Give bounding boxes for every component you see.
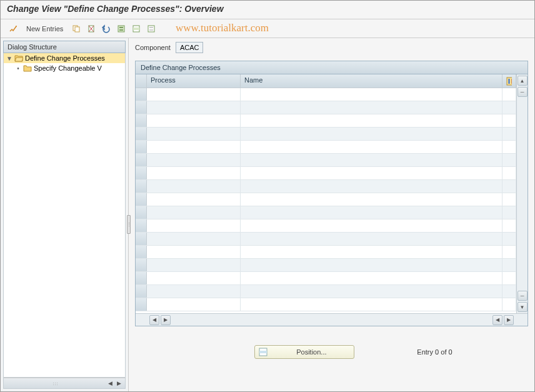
- row-selector[interactable]: [136, 167, 147, 179]
- title-bar: Change View "Define Change Processes": O…: [1, 1, 534, 19]
- cell-process[interactable]: [147, 114, 241, 127]
- cell-process[interactable]: [147, 272, 241, 284]
- cell-process[interactable]: [147, 167, 241, 179]
- cell-name[interactable]: [241, 88, 502, 101]
- page-down-icon[interactable]: ─: [518, 291, 528, 301]
- column-config-button[interactable]: [502, 74, 516, 88]
- cell-name[interactable]: [241, 206, 502, 219]
- row-selector[interactable]: [136, 193, 147, 206]
- row-selector-header[interactable]: [136, 74, 147, 88]
- scroll-up-icon[interactable]: ▲: [518, 76, 528, 86]
- sidebar-scroll-left-icon[interactable]: ◀: [106, 379, 114, 387]
- tree-expander-icon[interactable]: ▼: [6, 55, 12, 62]
- cell-name[interactable]: [241, 246, 502, 258]
- select-block-icon[interactable]: [130, 23, 142, 35]
- copy-icon[interactable]: [70, 23, 82, 35]
- cell-process[interactable]: [147, 219, 241, 232]
- cell-name[interactable]: [241, 298, 502, 311]
- grip-icon[interactable]: :::: [6, 381, 105, 386]
- cell-name[interactable]: [241, 219, 502, 232]
- cell-process[interactable]: [147, 128, 241, 140]
- cell-name[interactable]: [241, 180, 502, 193]
- row-selector[interactable]: [136, 246, 147, 258]
- dialog-structure-sidebar: Dialog Structure ▼ Define Change Process…: [1, 38, 129, 391]
- cell-process[interactable]: [147, 285, 241, 298]
- component-field-row: Component ACAC: [135, 42, 528, 53]
- cell-process[interactable]: [147, 193, 241, 206]
- cell-name[interactable]: [241, 167, 502, 179]
- cell-name[interactable]: [241, 259, 502, 271]
- tree-item-define-change-processes[interactable]: ▼ Define Change Processes: [4, 53, 125, 63]
- scroll-left-icon[interactable]: ◀: [149, 315, 159, 325]
- tree-item-label: Specify Changeable V: [34, 64, 102, 72]
- position-button[interactable]: Position...: [254, 345, 354, 359]
- page-up-icon[interactable]: ─: [518, 87, 528, 97]
- table-grid: Process Name: [136, 74, 516, 313]
- row-selector[interactable]: [136, 141, 147, 153]
- cell-process[interactable]: [147, 233, 241, 245]
- row-selector[interactable]: [136, 128, 147, 140]
- cell-process[interactable]: [147, 88, 241, 101]
- table-horizontal-scrollbar[interactable]: ◀ ▶ ◀ ▶: [136, 313, 528, 326]
- cell-process[interactable]: [147, 101, 241, 114]
- svg-rect-13: [508, 79, 510, 84]
- row-selector[interactable]: [136, 233, 147, 245]
- cell-name[interactable]: [241, 285, 502, 298]
- row-selector[interactable]: [136, 259, 147, 271]
- svg-rect-9: [148, 26, 154, 32]
- tree-item-label: Define Change Processes: [25, 54, 105, 62]
- cell-process[interactable]: [147, 141, 241, 153]
- scroll-right-end-icon[interactable]: ▶: [504, 315, 514, 325]
- cell-name[interactable]: [241, 193, 502, 206]
- row-selector[interactable]: [136, 298, 147, 311]
- row-selector[interactable]: [136, 180, 147, 193]
- cell-process[interactable]: [147, 154, 241, 166]
- row-selector[interactable]: [136, 101, 147, 114]
- watermark-text: www.tutorialkart.com: [176, 22, 269, 34]
- new-entries-button[interactable]: New Entries: [22, 23, 68, 34]
- select-all-icon[interactable]: [115, 23, 128, 35]
- cell-name[interactable]: [241, 114, 502, 127]
- dialog-tree: ▼ Define Change Processes • Specify Chan…: [3, 53, 126, 378]
- folder-closed-icon: [23, 64, 32, 72]
- cell-name[interactable]: [241, 141, 502, 153]
- row-selector[interactable]: [136, 219, 147, 232]
- cell-name[interactable]: [241, 154, 502, 166]
- cell-name[interactable]: [241, 233, 502, 245]
- row-selector[interactable]: [136, 272, 147, 284]
- cell-process[interactable]: [147, 246, 241, 258]
- cell-name[interactable]: [241, 101, 502, 114]
- row-selector[interactable]: [136, 88, 147, 101]
- row-selector[interactable]: [136, 114, 147, 127]
- svg-rect-6: [119, 29, 123, 31]
- row-selector[interactable]: [136, 285, 147, 298]
- cell-name[interactable]: [241, 272, 502, 284]
- splitter-handle[interactable]: ⋮: [127, 215, 131, 234]
- toolbar: New Entries www.tutorialkart.com: [1, 19, 534, 38]
- content-area: Dialog Structure ▼ Define Change Process…: [1, 38, 534, 391]
- cell-process[interactable]: [147, 259, 241, 271]
- svg-rect-5: [119, 27, 123, 28]
- page-title: Change View "Define Change Processes": O…: [7, 4, 528, 14]
- table-vertical-scrollbar[interactable]: ▲ ─ ─ ▼: [516, 74, 528, 313]
- cell-process[interactable]: [147, 206, 241, 219]
- toggle-display-icon[interactable]: [7, 23, 19, 35]
- entry-status: Entry 0 of 0: [417, 348, 452, 356]
- cell-process[interactable]: [147, 298, 241, 311]
- component-label: Component: [135, 44, 171, 51]
- tree-item-specify-changeable[interactable]: • Specify Changeable V: [4, 63, 125, 73]
- column-header-name[interactable]: Name: [241, 74, 502, 88]
- scroll-left-end-icon[interactable]: ◀: [492, 315, 502, 325]
- column-header-process[interactable]: Process: [147, 74, 241, 88]
- folder-open-icon: [14, 54, 23, 62]
- delete-icon[interactable]: [85, 23, 98, 35]
- cell-process[interactable]: [147, 180, 241, 193]
- scroll-right-icon[interactable]: ▶: [161, 315, 171, 325]
- row-selector[interactable]: [136, 206, 147, 219]
- scroll-down-icon[interactable]: ▼: [518, 302, 528, 312]
- row-selector[interactable]: [136, 154, 147, 166]
- sidebar-scroll-right-icon[interactable]: ▶: [115, 379, 122, 387]
- cell-name[interactable]: [241, 128, 502, 140]
- deselect-all-icon[interactable]: [145, 23, 158, 35]
- undo-icon[interactable]: [100, 23, 112, 35]
